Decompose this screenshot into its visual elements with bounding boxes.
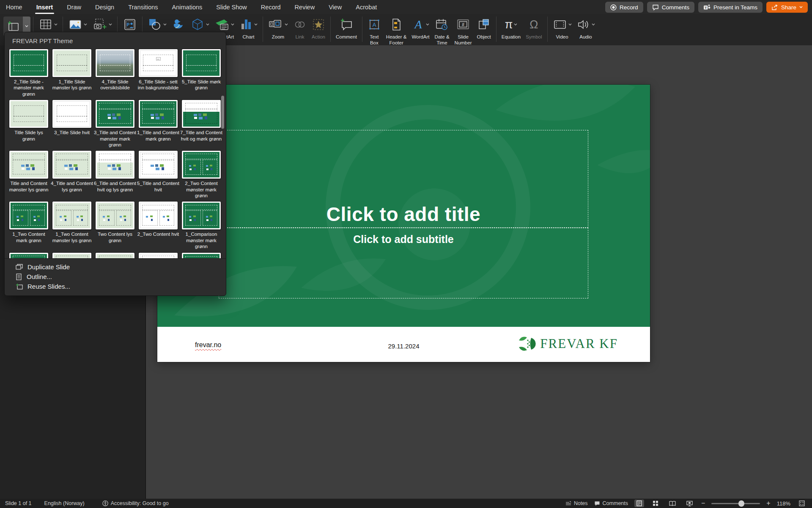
layout-thumbnail xyxy=(52,100,91,128)
reading-view-icon xyxy=(669,501,676,506)
video-button[interactable]: Video xyxy=(550,14,574,40)
slide-layout-option[interactable]: 1_Title Slide mønster lys grønn xyxy=(50,46,93,97)
fit-slide-to-window-button[interactable] xyxy=(797,500,807,507)
slide-layout-option[interactable]: 1_Comparison mønster mørk grønn xyxy=(180,199,223,249)
chart-button[interactable]: Chart xyxy=(237,14,260,40)
tab-acrobat[interactable]: Acrobat xyxy=(356,4,377,11)
slide-count: Slide 1 of 1 xyxy=(5,500,32,506)
layout-label: 6_Title Slide - sett inn bakgrunnsbilde xyxy=(137,79,179,91)
group-separator xyxy=(496,17,497,42)
shapes-button[interactable] xyxy=(145,14,169,34)
chevron-down-icon xyxy=(163,23,167,26)
icons-button[interactable] xyxy=(169,14,188,34)
slide-layout-option[interactable]: 3_Comparison mørk grønn xyxy=(7,250,50,259)
tab-insert[interactable]: Insert xyxy=(36,4,53,11)
zoom-slider[interactable] xyxy=(711,503,760,504)
shapes-icon xyxy=(148,18,162,31)
slide-layout-option[interactable]: 2_Title Slide - mønster mørk grønn xyxy=(7,46,50,97)
outline-menu-item[interactable]: Outline... xyxy=(5,272,226,282)
slide-layout-option[interactable]: 1_Two Content mønster lys grønn xyxy=(50,199,93,249)
layout-label: 4_Title and Content lys grønn xyxy=(51,180,93,193)
slide-layout-option[interactable]: 3_Title Slide hvit xyxy=(50,97,93,148)
slide-sorter-icon xyxy=(653,500,658,506)
slide-layout-option[interactable]: 3_Title and Content mønster mørk grønn xyxy=(93,97,137,148)
slide-layout-option[interactable]: Two Content lys grønn xyxy=(93,199,137,249)
slide-layout-option[interactable]: 5_Title Slide mørk grønn xyxy=(180,46,223,97)
text-box-button[interactable]: A TextBox xyxy=(365,14,384,46)
tab-transitions[interactable]: Transitions xyxy=(128,4,158,11)
zoom-in-button[interactable]: + xyxy=(766,500,770,507)
omega-icon: Ω xyxy=(529,19,538,30)
3d-models-button[interactable] xyxy=(188,14,212,34)
duplicate-slide-menu-item[interactable]: Duplicate Slide xyxy=(5,262,226,272)
slide-layout-option[interactable]: 2_Two Content mønster mørk grønn xyxy=(180,148,223,199)
title-placeholder[interactable]: Click to add title xyxy=(219,130,588,228)
comment-button[interactable]: Comment xyxy=(333,14,359,40)
reuse-slides-menu-item[interactable]: Reuse Slides... xyxy=(5,282,226,291)
chevron-down-icon xyxy=(54,23,58,26)
slide-layout-option[interactable]: 7_Title and Content hvit og mørk grønn xyxy=(180,97,223,148)
comments-button[interactable]: Comments xyxy=(647,2,694,13)
normal-view-button[interactable] xyxy=(634,500,644,507)
zoom-button[interactable]: Zoom xyxy=(266,14,291,40)
group-separator xyxy=(263,17,263,42)
share-button[interactable]: Share xyxy=(766,2,808,13)
slideshow-view-button[interactable] xyxy=(684,500,695,507)
tab-view[interactable]: View xyxy=(329,4,342,11)
slide-layout-option[interactable]: 1_Two Content mørk grønn xyxy=(7,199,50,249)
present-in-teams-button[interactable]: T Present in Teams xyxy=(698,2,763,13)
tab-record[interactable]: Record xyxy=(261,4,281,11)
subtitle-placeholder[interactable]: Click to add subtitle xyxy=(219,228,588,298)
object-button[interactable]: Object xyxy=(475,14,494,40)
comments-toggle[interactable]: Comments xyxy=(594,500,628,506)
slide-sorter-view-button[interactable] xyxy=(650,500,661,507)
tab-animations[interactable]: Animations xyxy=(172,4,203,11)
pictures-button[interactable] xyxy=(66,14,90,34)
tab-review[interactable]: Review xyxy=(295,4,315,11)
slide-layout-option[interactable]: 2_Comparison hvit xyxy=(137,250,180,259)
slide-layout-option[interactable]: Title Slide lys grønn xyxy=(7,97,50,148)
layout-thumbnail xyxy=(52,202,91,229)
record-button[interactable]: Record xyxy=(605,2,643,13)
comment-bubble-icon xyxy=(652,4,659,11)
frevar-logo-text: FREVAR KF xyxy=(540,336,618,351)
chevron-down-icon xyxy=(285,23,288,26)
slide-layout-option[interactable]: Title and Content mønster lys grønn xyxy=(7,148,50,199)
slide-layout-option[interactable]: 6_Title and Content hvit og lys grønn xyxy=(93,148,137,199)
reading-view-button[interactable] xyxy=(667,500,678,507)
slide-layout-option[interactable]: 4_Title Slide oversiktsbilde xyxy=(93,46,137,97)
slide-layout-option[interactable]: 2_Two Content hvit xyxy=(137,199,180,249)
action-button: Action xyxy=(309,14,328,40)
slide-number-icon: # xyxy=(456,18,470,31)
slide-layout-option[interactable]: 4_Title and Content lys grønn xyxy=(50,148,93,199)
tab-design[interactable]: Design xyxy=(95,4,114,11)
gallery-scrollbar[interactable] xyxy=(221,96,224,129)
layout-label: 1_Title Slide mønster lys grønn xyxy=(51,79,93,91)
slide-canvas[interactable]: Click to add title Click to add subtitle… xyxy=(157,85,650,362)
slide-layout-option[interactable]: 5_Title and Content hvit xyxy=(137,148,180,199)
photo-album-button[interactable]: P xyxy=(120,14,140,34)
zoom-out-button[interactable]: − xyxy=(701,500,705,507)
slide-layout-option[interactable]: 1_Comparison lys grønn xyxy=(93,250,137,259)
accessibility-icon xyxy=(102,500,108,506)
tab-draw[interactable]: Draw xyxy=(67,4,81,11)
date-time-button[interactable]: Date &Time xyxy=(432,14,452,46)
accessibility-status[interactable]: Accessibility: Good to go xyxy=(102,500,169,506)
zoom-slider-thumb[interactable] xyxy=(738,500,744,507)
slide-layout-option[interactable]: 6_Title Slide - sett inn bakgrunnsbilde xyxy=(137,46,180,97)
tab-home[interactable]: Home xyxy=(6,4,22,11)
notes-toggle[interactable]: Notes xyxy=(565,500,588,506)
screenshot-button[interactable] xyxy=(90,14,115,34)
wordart-button[interactable]: A WordArt xyxy=(409,14,432,40)
tab-slide-show[interactable]: Slide Show xyxy=(216,4,247,11)
slide-layout-option[interactable]: 1_Title and Content mørk grønn xyxy=(137,97,180,148)
audio-button[interactable]: Audio xyxy=(574,14,598,40)
equation-button[interactable]: π Equation xyxy=(499,14,523,40)
slide-number-button[interactable]: # SlideNumber xyxy=(452,14,475,46)
slide-layout-option[interactable]: 1_Title Only mønster mørk grønn xyxy=(180,250,223,259)
table-button[interactable] xyxy=(36,14,60,34)
zoom-level[interactable]: 118% xyxy=(777,500,790,507)
language-selector[interactable]: English (Norway) xyxy=(44,500,85,506)
header-footer-button[interactable]: Header &Footer xyxy=(384,14,409,46)
slide-layout-option[interactable]: Comparison mønster lys grønn xyxy=(50,250,93,259)
